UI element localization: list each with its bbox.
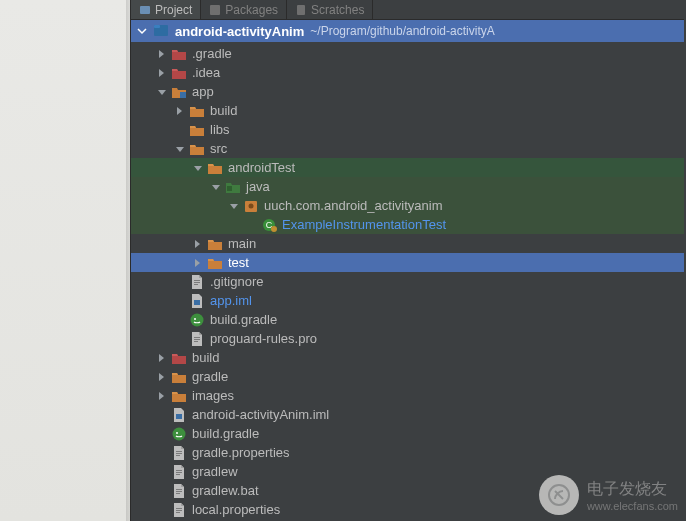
tree-row[interactable]: app.iml [131, 291, 684, 310]
folder-orange-icon [189, 141, 205, 157]
tree-row[interactable]: .idea [131, 63, 684, 82]
tree-row[interactable]: src [131, 139, 684, 158]
arrow-spacer [157, 428, 169, 440]
svg-rect-4 [154, 25, 160, 28]
chevron-down-icon[interactable] [193, 162, 205, 174]
tree-row[interactable]: .gradle [131, 44, 684, 63]
chevron-down-icon[interactable] [229, 200, 241, 212]
tree-row[interactable]: .gitignore [131, 272, 684, 291]
tree-label: androidTest [228, 158, 295, 177]
tree-label: src [210, 139, 227, 158]
watermark: 电子发烧友 www.elecfans.com [539, 475, 678, 515]
tree-label: .idea [192, 63, 220, 82]
arrow-spacer [175, 276, 187, 288]
chevron-right-icon[interactable] [157, 48, 169, 60]
tree-row[interactable]: build.gradle [131, 424, 684, 443]
arrow-spacer [175, 124, 187, 136]
tree-row[interactable]: build.gradle [131, 310, 684, 329]
chevron-down-icon[interactable] [157, 86, 169, 98]
file-text-icon [171, 445, 187, 461]
tree-row[interactable]: main [131, 234, 684, 253]
tree-label: local.properties [192, 500, 280, 519]
package-icon [209, 4, 221, 16]
tree-label: main [228, 234, 256, 253]
file-text-icon [189, 331, 205, 347]
chevron-right-icon[interactable] [193, 257, 205, 269]
arrow-spacer [175, 333, 187, 345]
arrow-spacer [157, 447, 169, 459]
chevron-right-icon[interactable] [157, 67, 169, 79]
file-text-icon [171, 464, 187, 480]
folder-module-icon [171, 84, 187, 100]
chevron-right-icon[interactable] [157, 371, 169, 383]
tree-label: app [192, 82, 214, 101]
tree-label: android-activityAnim.iml [192, 405, 329, 424]
folder-orange-icon [171, 369, 187, 385]
file-gradle-icon [189, 312, 205, 328]
tree-row[interactable]: libs [131, 120, 684, 139]
chevron-right-icon[interactable] [193, 238, 205, 250]
tab-project[interactable]: Project [131, 0, 201, 19]
tree-label: images [192, 386, 234, 405]
chevron-right-icon[interactable] [157, 390, 169, 402]
tree-label: java [246, 177, 270, 196]
arrow-spacer [157, 409, 169, 421]
tree-row[interactable]: test [131, 253, 684, 272]
folder-orange-icon [189, 122, 205, 138]
tree-row[interactable]: gradle.properties [131, 443, 684, 462]
folder-orange-icon [207, 255, 223, 271]
file-text-icon [189, 274, 205, 290]
arrow-spacer [247, 219, 259, 231]
project-icon [153, 22, 169, 41]
file-iml-icon [171, 407, 187, 423]
tab-label: Project [155, 3, 192, 17]
tree-label: build.gradle [210, 310, 277, 329]
svg-rect-0 [140, 6, 150, 14]
tree-row[interactable]: build [131, 348, 684, 367]
file-gradle-icon [171, 426, 187, 442]
tree-label: gradle [192, 367, 228, 386]
chevron-down-icon[interactable] [175, 143, 187, 155]
file-iml-icon [189, 293, 205, 309]
tree-row[interactable]: java [131, 177, 684, 196]
tree-row[interactable]: images [131, 386, 684, 405]
tree-row[interactable]: androidTest [131, 158, 684, 177]
tree-row[interactable]: proguard-rules.pro [131, 329, 684, 348]
chevron-right-icon[interactable] [175, 105, 187, 117]
tab-scratches[interactable]: Scratches [287, 0, 373, 19]
arrow-spacer [157, 504, 169, 516]
tree-row[interactable]: build [131, 101, 684, 120]
project-path: ~/Program/github/android-activityA [310, 24, 494, 38]
tree-row[interactable]: android-activityAnim.iml [131, 405, 684, 424]
tab-packages[interactable]: Packages [201, 0, 287, 19]
tree-label: ExampleInstrumentationTest [282, 215, 446, 234]
tree-label: gradlew [192, 462, 238, 481]
tree-label: uuch.com.android_activityanim [264, 196, 442, 215]
folder-orange-icon [189, 103, 205, 119]
chevron-down-icon[interactable] [211, 181, 223, 193]
tree-row[interactable]: app [131, 82, 684, 101]
tree-label: proguard-rules.pro [210, 329, 317, 348]
tree-row[interactable]: gradle [131, 367, 684, 386]
svg-rect-1 [210, 5, 220, 15]
tree-label: libs [210, 120, 230, 139]
tab-label: Packages [225, 3, 278, 17]
tool-window-tabbar: Project Packages Scratches [131, 0, 684, 20]
tree-label: build [210, 101, 237, 120]
tree-row[interactable]: ExampleInstrumentationTest [131, 215, 684, 234]
arrow-spacer [175, 314, 187, 326]
tree-row[interactable]: uuch.com.android_activityanim [131, 196, 684, 215]
package-icon [243, 198, 259, 214]
folder-red-icon [171, 46, 187, 62]
chevron-right-icon[interactable] [157, 352, 169, 364]
project-tree[interactable]: .gradle.ideaappbuildlibssrcandroidTestja… [131, 42, 684, 521]
tree-label: build.gradle [192, 424, 259, 443]
project-tool-window: Project Packages Scratches android-activ… [130, 0, 684, 521]
tree-label: build [192, 348, 219, 367]
tree-label: app.iml [210, 291, 252, 310]
tree-label: test [228, 253, 249, 272]
file-text-icon [171, 483, 187, 499]
watermark-text-cn: 电子发烧友 [587, 479, 678, 500]
project-breadcrumb[interactable]: android-activityAnim ~/Program/github/an… [131, 20, 684, 42]
tree-label: gradle.properties [192, 443, 290, 462]
